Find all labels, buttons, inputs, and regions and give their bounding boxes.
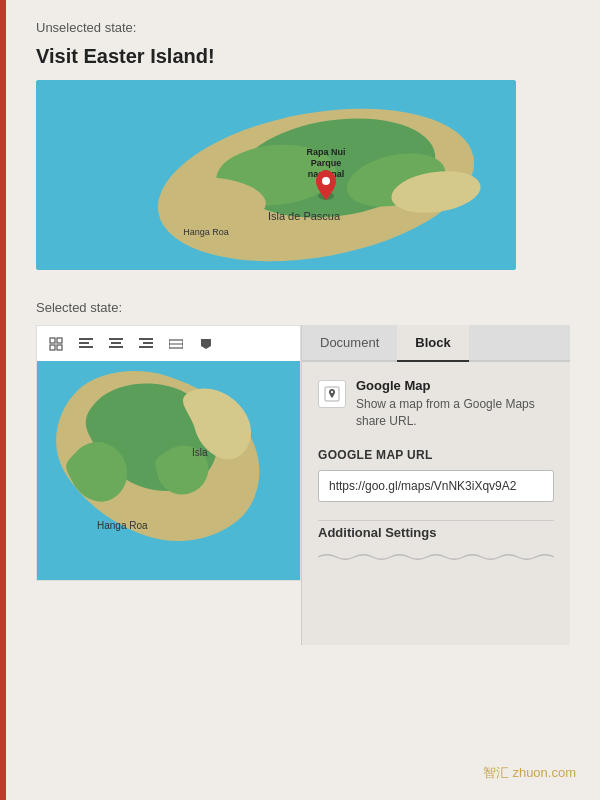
svg-rect-15 — [50, 338, 55, 343]
block-toolbar-icon[interactable] — [43, 331, 69, 357]
google-map-block-icon — [318, 380, 346, 408]
align-right-icon[interactable] — [133, 331, 159, 357]
watermark: 智汇 zhuon.com — [483, 764, 576, 782]
unselected-state-label: Unselected state: — [36, 20, 570, 35]
selected-state-label: Selected state: — [36, 300, 570, 315]
svg-text:Isla: Isla — [192, 447, 208, 458]
svg-rect-20 — [79, 342, 89, 344]
svg-text:Hanga Roa: Hanga Roa — [183, 227, 229, 237]
svg-text:Hanga Roa: Hanga Roa — [97, 520, 148, 531]
block-info: Google Map Show a map from a Google Maps… — [318, 378, 554, 430]
svg-rect-22 — [109, 338, 123, 340]
svg-rect-17 — [50, 345, 55, 350]
svg-rect-18 — [57, 345, 62, 350]
additional-settings-label: Additional Settings — [318, 520, 554, 540]
selected-section: Hanga Roa Isla Document Block — [36, 325, 570, 645]
url-field-label: Google Map URL — [318, 448, 554, 462]
svg-rect-25 — [139, 338, 153, 340]
left-panel: Hanga Roa Isla — [36, 325, 301, 581]
block-description: Show a map from a Google Maps share URL. — [356, 396, 554, 430]
tabs-header: Document Block — [302, 325, 570, 362]
right-panel: Document Block Google — [301, 325, 570, 645]
full-width-icon[interactable] — [163, 331, 189, 357]
svg-rect-24 — [109, 346, 123, 348]
align-center-icon[interactable] — [103, 331, 129, 357]
svg-rect-19 — [79, 338, 93, 340]
tab-block[interactable]: Block — [397, 325, 468, 362]
more-options-icon[interactable] — [193, 331, 219, 357]
svg-text:Isla de Pascua: Isla de Pascua — [268, 210, 341, 222]
svg-rect-26 — [143, 342, 153, 344]
svg-rect-27 — [139, 346, 153, 348]
svg-rect-16 — [57, 338, 62, 343]
toolbar — [36, 325, 301, 361]
align-left-icon[interactable] — [73, 331, 99, 357]
svg-text:Parque: Parque — [311, 158, 342, 168]
svg-point-12 — [322, 177, 330, 185]
tab-document[interactable]: Document — [302, 325, 397, 362]
svg-rect-21 — [79, 346, 93, 348]
svg-text:Rapa Nui: Rapa Nui — [306, 147, 345, 157]
left-accent — [0, 0, 6, 800]
wavy-decoration — [318, 548, 554, 566]
svg-rect-23 — [111, 342, 121, 344]
svg-point-35 — [331, 391, 333, 393]
map-unselected: Rapa Nui Parque nacional Isla de Pascua … — [36, 80, 516, 270]
map-selected: Hanga Roa Isla — [36, 361, 301, 581]
block-name: Google Map — [356, 378, 554, 393]
panel-content: Google Map Show a map from a Google Maps… — [302, 362, 570, 582]
google-map-url-input[interactable] — [318, 470, 554, 502]
svg-marker-30 — [201, 339, 211, 349]
block-title: Visit Easter Island! — [36, 45, 570, 68]
block-text-group: Google Map Show a map from a Google Maps… — [356, 378, 554, 430]
